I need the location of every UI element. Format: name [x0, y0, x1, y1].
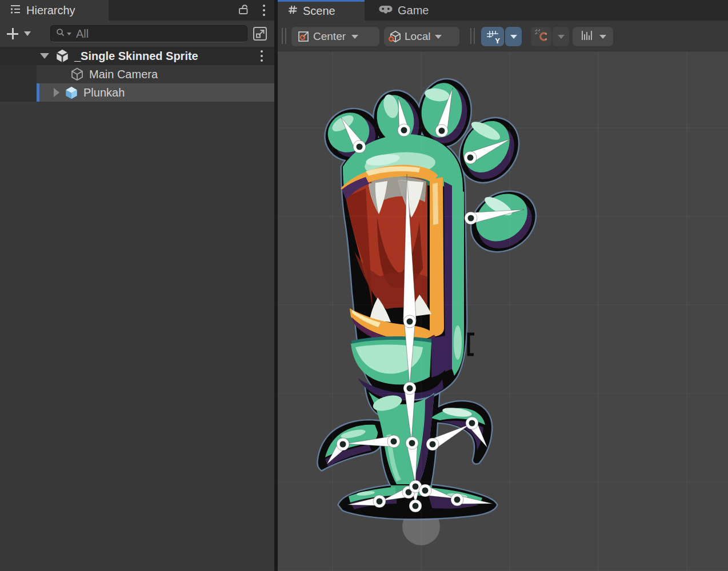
- foldout-expanded-icon[interactable]: [40, 53, 49, 59]
- toolbar-drag-handle[interactable]: [281, 28, 287, 44]
- scene-tabbar: Scene Game: [278, 0, 728, 21]
- kebab-menu-icon[interactable]: [259, 3, 269, 17]
- local-cube-icon: [389, 30, 402, 43]
- tab-game[interactable]: Game: [369, 0, 438, 21]
- hierarchy-tabbar: Hierarchy: [0, 0, 274, 21]
- grid-axis-icon: Y: [486, 30, 499, 43]
- add-object-button[interactable]: [7, 28, 31, 39]
- chevron-down-icon: [510, 35, 517, 39]
- hierarchy-list-icon: [9, 3, 22, 18]
- tab-label: Hierarchy: [26, 4, 75, 17]
- scene-viewport[interactable]: [278, 51, 728, 571]
- hierarchy-panel: Hierarchy: [0, 0, 274, 571]
- row-gutter: [0, 83, 37, 102]
- snap-magnet-icon: [534, 28, 549, 46]
- tool-handle-pivot-button[interactable]: Center: [291, 27, 379, 46]
- orientation-label: Local: [405, 30, 430, 43]
- hierarchy-rows: _Single Skinned Sprite Main Camera: [0, 47, 274, 102]
- grid-visibility-button[interactable]: Y: [481, 27, 504, 46]
- lock-icon[interactable]: [237, 2, 250, 18]
- chevron-down-icon: [351, 35, 358, 39]
- snap-options-dropdown[interactable]: [553, 27, 569, 46]
- hierarchy-tab-actions: [237, 0, 269, 21]
- chevron-down-icon: [435, 35, 442, 39]
- grid-axis-label: Y: [495, 37, 500, 45]
- hierarchy-row-scene[interactable]: _Single Skinned Sprite: [0, 47, 274, 65]
- object-name: Main Camera: [89, 68, 158, 81]
- hierarchy-row-camera[interactable]: Main Camera: [0, 65, 274, 83]
- tab-label: Game: [398, 4, 429, 17]
- scene-grid-icon: [287, 4, 298, 18]
- chevron-down-icon: [24, 31, 31, 36]
- scene-panel: Scene Game: [278, 0, 728, 571]
- toolbar-drag-handle[interactable]: [470, 28, 475, 44]
- selection-accent-bar: [37, 83, 39, 102]
- tool-handle-rotation-button[interactable]: Local: [384, 27, 459, 46]
- gamepad-icon: [378, 3, 393, 18]
- grid-options-dropdown[interactable]: [505, 27, 522, 46]
- snap-increment-button[interactable]: [573, 27, 613, 46]
- chevron-down-icon: [558, 35, 565, 39]
- scene-options-icon[interactable]: [257, 49, 266, 63]
- tab-scene[interactable]: Scene: [278, 0, 365, 21]
- unity-editor: Hierarchy: [0, 0, 728, 571]
- pivot-center-icon: [297, 30, 310, 43]
- search-input[interactable]: [76, 27, 242, 41]
- open-new-window-icon[interactable]: [250, 25, 270, 43]
- tab-hierarchy[interactable]: Hierarchy: [0, 0, 109, 21]
- plunkah-sprite[interactable]: [316, 76, 547, 519]
- unity-scene-icon: [55, 49, 70, 63]
- pivot-label: Center: [313, 30, 346, 43]
- hierarchy-row-plunkah[interactable]: Plunkah: [0, 83, 274, 102]
- chevron-down-icon: [599, 35, 606, 39]
- tab-label: Scene: [303, 5, 335, 18]
- row-gutter: [0, 65, 37, 83]
- snap-toggle-button[interactable]: [531, 27, 551, 46]
- prefab-cube-icon: [64, 85, 79, 100]
- hierarchy-toolbar: [0, 21, 274, 47]
- object-name: Plunkah: [83, 86, 125, 99]
- scene-name: _Single Skinned Sprite: [74, 50, 198, 63]
- gameobject-cube-icon: [70, 67, 85, 82]
- search-filter-caret-icon: [67, 33, 71, 35]
- search-field[interactable]: [50, 25, 247, 42]
- foldout-collapsed-icon[interactable]: [54, 88, 59, 97]
- search-icon: [55, 27, 66, 40]
- ruler-icon: [580, 29, 595, 45]
- scene-toolbar: Center Local: [278, 21, 728, 51]
- plus-icon: [7, 28, 18, 39]
